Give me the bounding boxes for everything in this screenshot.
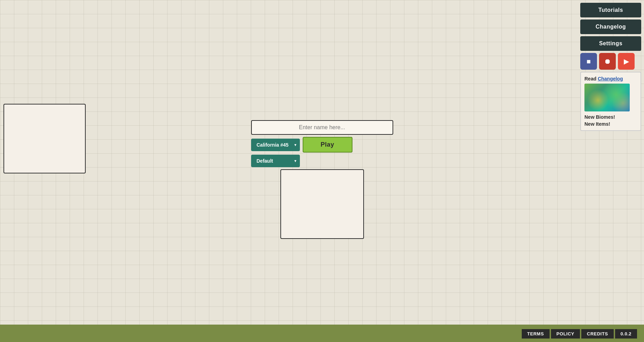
skin-dropdown[interactable]: Default Skin 1 Skin 2 <box>251 155 300 167</box>
new-biomes-label: New Biomes! <box>584 114 637 120</box>
changelog-panel-title: Read Changelog <box>584 76 637 81</box>
new-items-label: New Items! <box>584 121 637 127</box>
terms-button[interactable]: TERMS <box>522 329 550 339</box>
changelog-button[interactable]: Changelog <box>580 20 641 34</box>
skin-preview-box <box>280 169 364 239</box>
server-dropdown-wrapper: California #45 New York #12 Texas #7 <box>251 139 300 151</box>
twitch-button[interactable]: ⏺ <box>599 53 616 70</box>
settings-button[interactable]: Settings <box>580 36 641 51</box>
server-dropdown[interactable]: California #45 New York #12 Texas #7 <box>251 139 300 151</box>
name-input[interactable] <box>251 120 393 135</box>
youtube-button[interactable]: ▶ <box>618 53 635 70</box>
play-button[interactable]: Play <box>303 137 352 153</box>
discord-icon: ■ <box>587 57 591 65</box>
discord-button[interactable]: ■ <box>580 53 597 70</box>
twitch-icon: ⏺ <box>604 57 611 65</box>
footer-links: TERMS POLICY CREDITS 0.0.2 <box>522 329 637 339</box>
changelog-image <box>584 84 630 111</box>
controls-row: California #45 New York #12 Texas #7 Pla… <box>251 137 352 153</box>
policy-button[interactable]: POLICY <box>551 329 580 339</box>
social-icons-row: ■ ⏺ ▶ <box>580 53 641 70</box>
credits-button[interactable]: CREDITS <box>581 329 614 339</box>
left-decoration-box <box>3 104 86 173</box>
right-panel: Tutorials Changelog Settings ■ ⏺ ▶ Read … <box>580 3 641 131</box>
center-ui: California #45 New York #12 Texas #7 Pla… <box>251 120 393 239</box>
tutorials-button[interactable]: Tutorials <box>580 3 641 17</box>
changelog-panel: Read Changelog New Biomes! New Items! <box>580 72 641 131</box>
version-button[interactable]: 0.0.2 <box>615 329 637 339</box>
youtube-icon: ▶ <box>624 57 629 65</box>
changelog-image-decoration <box>584 84 630 111</box>
skin-dropdown-wrapper: Default Skin 1 Skin 2 <box>251 155 300 167</box>
changelog-link[interactable]: Changelog <box>598 76 623 81</box>
read-label: Read <box>584 76 598 81</box>
